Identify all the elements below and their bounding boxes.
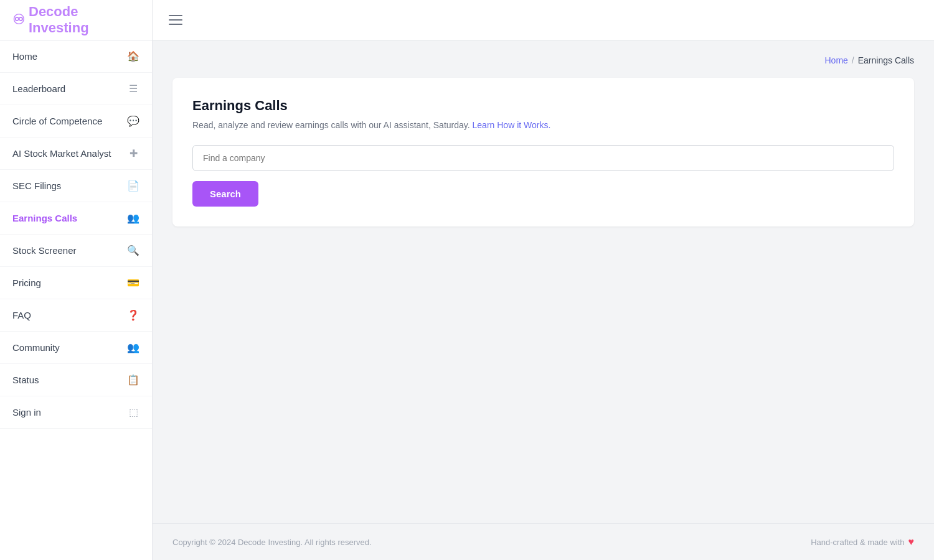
sidebar-item-ai-stock-market-analyst[interactable]: AI Stock Market Analyst✚ <box>0 138 152 170</box>
sidebar-logo: ♾ Decode Investing <box>0 0 152 40</box>
desc-text: Read, analyze and review earnings calls … <box>192 120 470 130</box>
sidebar-icon-sec-filings: 📄 <box>127 180 139 192</box>
sidebar-label-stock-screener: Stock Screener <box>12 245 127 256</box>
logo-icon: ♾ <box>12 12 25 28</box>
sidebar-icon-leaderboard: ☰ <box>127 83 139 95</box>
hamburger-button[interactable] <box>165 11 186 29</box>
topbar <box>153 0 934 40</box>
sidebar-label-leaderboard: Leaderboard <box>12 83 127 94</box>
search-button[interactable]: Search <box>192 181 258 207</box>
sidebar-label-sec-filings: SEC Filings <box>12 180 127 191</box>
sidebar-icon-ai-stock-market-analyst: ✚ <box>127 147 139 159</box>
breadcrumb: Home / Earnings Calls <box>172 55 914 65</box>
sidebar-item-sign-in[interactable]: Sign in⬚ <box>0 396 152 429</box>
sidebar-label-home: Home <box>12 51 127 62</box>
sidebar-icon-home: 🏠 <box>127 50 139 62</box>
sidebar-icon-stock-screener: 🔍 <box>127 245 139 256</box>
handcrafted-text: Hand-crafted & made with ♥ <box>811 536 914 548</box>
sidebar-icon-earnings-calls: 👥 <box>127 212 139 224</box>
sidebar-item-home[interactable]: Home🏠 <box>0 40 152 73</box>
sidebar-icon-sign-in: ⬚ <box>127 406 139 418</box>
earnings-calls-card: Earnings Calls Read, analyze and review … <box>172 78 914 226</box>
nav-menu: Home🏠Leaderboard☰Circle of Competence💬AI… <box>0 40 152 560</box>
sidebar-label-sign-in: Sign in <box>12 407 127 418</box>
breadcrumb-home-link[interactable]: Home <box>824 55 847 65</box>
page-title: Earnings Calls <box>192 98 894 114</box>
footer: Copyright © 2024 Decode Investing. All r… <box>153 523 934 560</box>
sidebar-item-pricing[interactable]: Pricing💳 <box>0 267 152 299</box>
sidebar-item-community[interactable]: Community👥 <box>0 332 152 364</box>
sidebar-icon-community: 👥 <box>127 342 139 353</box>
hamburger-line-3 <box>169 24 182 25</box>
sidebar-item-circle-of-competence[interactable]: Circle of Competence💬 <box>0 105 152 138</box>
learn-how-link[interactable]: Learn How it Works. <box>473 120 551 130</box>
sidebar-label-circle-of-competence: Circle of Competence <box>12 116 127 126</box>
sidebar-icon-status: 📋 <box>127 374 139 386</box>
brand-name: Decode Investing <box>29 4 139 36</box>
sidebar-icon-circle-of-competence: 💬 <box>127 115 139 127</box>
sidebar-label-earnings-calls: Earnings Calls <box>12 213 127 223</box>
hamburger-line-1 <box>169 15 182 16</box>
sidebar-label-status: Status <box>12 375 127 385</box>
main-content: Home / Earnings Calls Earnings Calls Rea… <box>153 40 934 560</box>
search-input[interactable] <box>192 145 894 171</box>
sidebar-item-stock-screener[interactable]: Stock Screener🔍 <box>0 235 152 267</box>
breadcrumb-separator: / <box>852 55 854 65</box>
sidebar-item-leaderboard[interactable]: Leaderboard☰ <box>0 73 152 105</box>
sidebar-item-status[interactable]: Status📋 <box>0 364 152 396</box>
sidebar-icon-faq: ❓ <box>127 309 139 321</box>
sidebar-item-faq[interactable]: FAQ❓ <box>0 299 152 332</box>
sidebar-item-earnings-calls[interactable]: Earnings Calls👥 <box>0 202 152 235</box>
handcrafted-label: Hand-crafted & made with <box>811 538 904 547</box>
hamburger-line-2 <box>169 19 182 21</box>
sidebar-label-community: Community <box>12 342 127 353</box>
breadcrumb-current: Earnings Calls <box>858 55 914 65</box>
sidebar: ♾ Decode Investing Home🏠Leaderboard☰Circ… <box>0 0 153 560</box>
heart-icon: ♥ <box>908 536 915 548</box>
sidebar-item-sec-filings[interactable]: SEC Filings📄 <box>0 170 152 202</box>
sidebar-label-pricing: Pricing <box>12 278 127 288</box>
sidebar-label-faq: FAQ <box>12 310 127 320</box>
page-description: Read, analyze and review earnings calls … <box>192 120 894 130</box>
copyright-text: Copyright © 2024 Decode Investing. All r… <box>172 538 372 547</box>
sidebar-icon-pricing: 💳 <box>127 277 139 289</box>
sidebar-label-ai-stock-market-analyst: AI Stock Market Analyst <box>12 148 127 159</box>
content-area: Home / Earnings Calls Earnings Calls Rea… <box>153 40 934 523</box>
